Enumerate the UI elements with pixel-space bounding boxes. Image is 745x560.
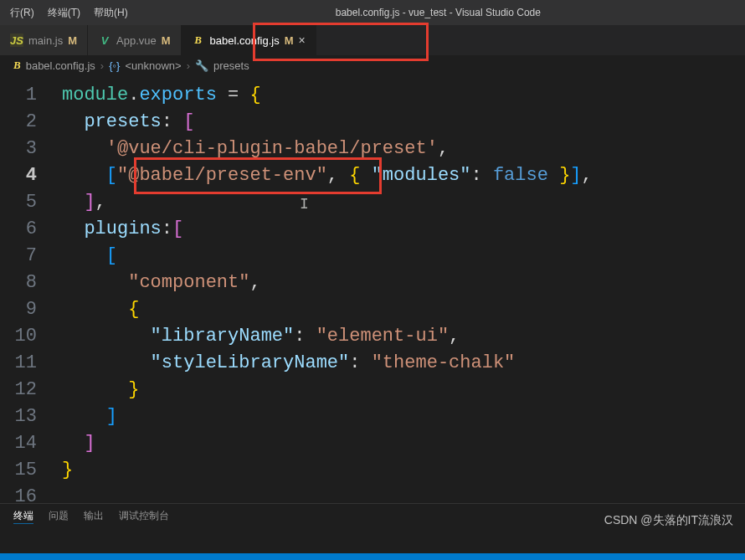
breadcrumb-scope: <unknown> bbox=[125, 59, 181, 72]
babel-icon: B bbox=[192, 33, 205, 47]
modified-indicator: M bbox=[285, 34, 294, 47]
breadcrumb[interactable]: B babel.config.js › {◦} <unknown> › 🔧 pr… bbox=[0, 55, 745, 75]
tab-label: App.vue bbox=[116, 34, 157, 47]
menu-terminal[interactable]: 终端(T) bbox=[41, 6, 87, 20]
modified-indicator: M bbox=[162, 34, 171, 47]
breadcrumb-symbol: presets bbox=[213, 59, 249, 72]
code-line[interactable]: "styleLibraryName": "theme-chalk" bbox=[57, 350, 745, 377]
line-number: 6 bbox=[0, 216, 37, 243]
panel-terminal[interactable]: 终端 bbox=[13, 509, 33, 524]
line-number: 1 bbox=[0, 82, 37, 109]
editor[interactable]: 12345678910111213141516 module.exports =… bbox=[0, 75, 745, 535]
menu-run[interactable]: 行(R) bbox=[3, 6, 41, 20]
close-icon[interactable]: × bbox=[299, 33, 306, 47]
line-number: 7 bbox=[0, 243, 37, 270]
code-line[interactable]: ["@babel/preset-env", { "modules": false… bbox=[57, 162, 745, 189]
tab-main-js[interactable]: JSmain.jsM bbox=[0, 25, 88, 55]
code-line[interactable]: ] bbox=[57, 403, 745, 430]
tab-babel-config-js[interactable]: Bbabel.config.jsM× bbox=[182, 25, 316, 55]
line-gutter: 12345678910111213141516 bbox=[0, 75, 52, 535]
text-cursor-icon: I bbox=[300, 196, 309, 213]
line-number: 15 bbox=[0, 457, 37, 484]
code-line[interactable]: } bbox=[57, 457, 745, 484]
breadcrumb-file: babel.config.js bbox=[26, 59, 95, 72]
vue-icon: V bbox=[98, 33, 111, 47]
panel-output[interactable]: 输出 bbox=[84, 509, 104, 523]
code-area[interactable]: module.exports = { presets: [ '@vue/cli-… bbox=[52, 75, 745, 535]
line-number: 3 bbox=[0, 136, 37, 162]
code-line[interactable]: { bbox=[57, 296, 745, 323]
code-line[interactable]: ] bbox=[57, 430, 745, 457]
code-line[interactable]: presets: [ bbox=[57, 109, 745, 136]
code-line[interactable]: } bbox=[57, 377, 745, 403]
tabbar: JSmain.jsMVApp.vueMBbabel.config.jsM× bbox=[0, 25, 745, 55]
code-line[interactable]: '@vue/cli-plugin-babel/preset', bbox=[57, 136, 745, 162]
menu-help[interactable]: 帮助(H) bbox=[87, 6, 135, 20]
code-line[interactable]: [ bbox=[57, 243, 745, 270]
line-number: 14 bbox=[0, 430, 37, 457]
window-title: babel.config.js - vue_test - Visual Stud… bbox=[135, 7, 742, 18]
code-line[interactable]: "component", bbox=[57, 270, 745, 296]
wrench-icon: 🔧 bbox=[195, 59, 208, 72]
tab-App-vue[interactable]: VApp.vueM bbox=[88, 25, 182, 55]
menubar: 行(R) 终端(T) 帮助(H) babel.config.js - vue_t… bbox=[0, 0, 745, 25]
panel-problems[interactable]: 问题 bbox=[49, 509, 69, 523]
line-number: 10 bbox=[0, 323, 37, 350]
chevron-right-icon: › bbox=[100, 59, 104, 72]
line-number: 11 bbox=[0, 350, 37, 377]
line-number: 13 bbox=[0, 403, 37, 430]
code-line[interactable]: ], bbox=[57, 189, 745, 216]
tab-label: babel.config.js bbox=[210, 34, 280, 47]
code-line[interactable]: plugins:[ bbox=[57, 216, 745, 243]
field-icon: {◦} bbox=[109, 59, 120, 72]
code-line[interactable]: module.exports = { bbox=[57, 82, 745, 109]
statusbar bbox=[0, 553, 745, 560]
watermark: CSDN @失落的IT流浪汉 bbox=[604, 513, 733, 528]
babel-icon: B bbox=[13, 59, 21, 72]
line-number: 12 bbox=[0, 377, 37, 403]
modified-indicator: M bbox=[68, 34, 77, 47]
line-number: 2 bbox=[0, 109, 37, 136]
chevron-right-icon: › bbox=[187, 59, 190, 72]
line-number: 9 bbox=[0, 296, 37, 323]
line-number: 8 bbox=[0, 270, 37, 296]
line-number: 5 bbox=[0, 189, 37, 216]
tab-label: main.js bbox=[28, 34, 63, 47]
js-icon: JS bbox=[10, 33, 23, 47]
code-line[interactable]: "libraryName": "element-ui", bbox=[57, 323, 745, 350]
line-number: 4 bbox=[0, 162, 37, 189]
panel-debug[interactable]: 调试控制台 bbox=[119, 509, 169, 523]
